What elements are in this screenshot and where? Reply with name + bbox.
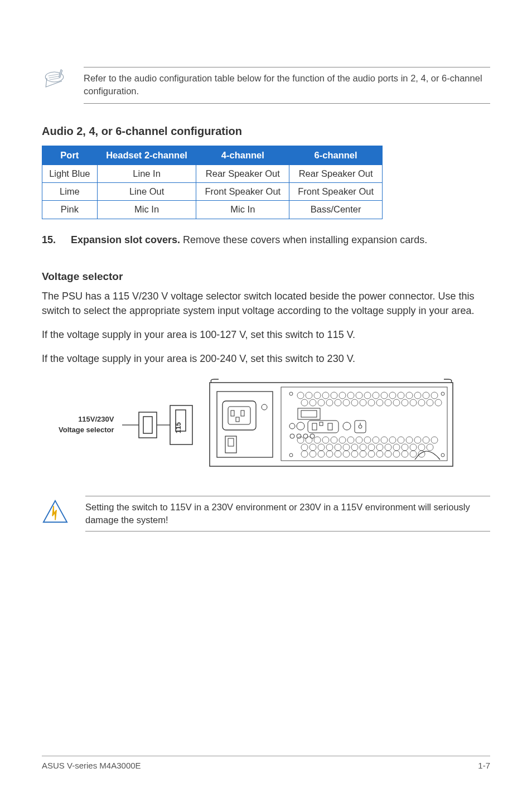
table-header: Port	[42, 146, 98, 165]
svg-point-22	[441, 453, 444, 457]
table-cell: Mic In	[97, 201, 196, 219]
svg-rect-12	[231, 410, 234, 416]
svg-point-87	[410, 444, 417, 451]
note-text: Refer to the audio configuration table b…	[84, 67, 490, 104]
svg-point-102	[402, 451, 408, 457]
table-cell: Light Blue	[42, 165, 98, 183]
svg-point-117	[290, 434, 294, 438]
table-row: Pink Mic In Mic In Bass/Center	[42, 201, 383, 219]
voltage-selector-heading: Voltage selector	[42, 269, 490, 284]
page-footer: ASUS V-series M4A3000E 1-7	[42, 756, 490, 771]
svg-point-30	[356, 392, 362, 399]
note-icon	[42, 67, 67, 96]
svg-point-19	[289, 392, 293, 395]
svg-point-61	[331, 437, 337, 443]
svg-point-50	[385, 399, 391, 406]
table-cell: Line Out	[97, 183, 196, 201]
svg-point-64	[356, 437, 362, 443]
item-desc: Remove these covers when installing expa…	[180, 234, 427, 245]
warning-icon	[42, 499, 69, 529]
svg-point-27	[331, 392, 337, 399]
voltage-diagram: 115V/230V Voltage selector 115	[42, 376, 490, 474]
svg-point-62	[339, 437, 346, 443]
table-cell: Mic In	[196, 201, 289, 219]
voltage-para3: If the voltage supply in your area is 20…	[42, 352, 490, 366]
svg-point-29	[347, 392, 354, 399]
svg-point-100	[385, 451, 391, 457]
svg-point-55	[427, 399, 433, 406]
table-cell: Front Speaker Out	[289, 183, 383, 201]
svg-point-40	[301, 399, 308, 406]
svg-point-83	[376, 444, 383, 451]
svg-point-46	[351, 399, 358, 406]
svg-point-32	[373, 392, 379, 399]
svg-point-118	[297, 434, 301, 438]
voltage-para1: The PSU has a 115 V/230 V voltage select…	[42, 289, 490, 317]
svg-point-44	[335, 399, 341, 406]
svg-point-15	[262, 404, 267, 410]
svg-point-20	[441, 392, 444, 395]
svg-point-81	[360, 444, 366, 451]
svg-point-79	[343, 444, 350, 451]
svg-point-84	[385, 444, 391, 451]
svg-point-53	[410, 399, 417, 406]
svg-point-103	[410, 451, 417, 457]
svg-point-120	[310, 434, 315, 438]
svg-point-34	[389, 392, 396, 399]
table-cell: Pink	[42, 201, 98, 219]
svg-rect-10	[223, 401, 256, 430]
svg-point-88	[418, 444, 425, 451]
svg-point-60	[322, 437, 329, 443]
svg-point-107	[289, 423, 295, 429]
table-header: Headset 2-channel	[97, 146, 196, 165]
svg-point-26	[322, 392, 329, 399]
svg-point-65	[364, 437, 371, 443]
voltage-para2: If the voltage supply in your area is 10…	[42, 328, 490, 342]
svg-point-56	[435, 399, 442, 406]
svg-point-66	[373, 437, 379, 443]
table-cell: Lime	[42, 183, 98, 201]
svg-point-67	[381, 437, 388, 443]
svg-point-99	[376, 451, 383, 457]
svg-point-74	[301, 444, 308, 451]
table-row: Light Blue Line In Rear Speaker Out Rear…	[42, 165, 383, 183]
audio-config-table: Port Headset 2-channel 4-channel 6-chann…	[42, 146, 383, 219]
voltage-label-line2: Voltage selector	[59, 425, 114, 435]
svg-point-73	[431, 437, 438, 443]
rear-panel-illustration	[209, 376, 454, 474]
svg-point-90	[301, 451, 308, 457]
svg-point-77	[326, 444, 333, 451]
svg-point-86	[402, 444, 408, 451]
table-cell: Front Speaker Out	[196, 183, 289, 201]
svg-point-96	[351, 451, 358, 457]
warning-block: Setting the switch to 115V in a 230V env…	[42, 496, 490, 532]
svg-point-63	[347, 437, 354, 443]
item-title: Expansion slot covers.	[71, 234, 180, 245]
svg-point-101	[393, 451, 400, 457]
svg-point-92	[318, 451, 325, 457]
table-cell: Line In	[97, 165, 196, 183]
svg-point-94	[335, 451, 341, 457]
voltage-label-block: 115V/230V Voltage selector	[59, 414, 114, 434]
voltage-switch-illustration: 115	[122, 400, 200, 450]
svg-point-69	[398, 437, 404, 443]
svg-point-54	[418, 399, 425, 406]
svg-point-35	[398, 392, 404, 399]
svg-point-91	[309, 451, 316, 457]
svg-point-36	[406, 392, 413, 399]
voltage-label-line1: 115V/230V	[59, 414, 114, 424]
note-block: Refer to the audio configuration table b…	[42, 67, 490, 104]
svg-point-108	[297, 422, 304, 430]
svg-point-52	[402, 399, 408, 406]
svg-point-85	[393, 444, 400, 451]
svg-rect-17	[228, 438, 234, 446]
svg-point-78	[335, 444, 341, 451]
table-cell: Rear Speaker Out	[196, 165, 289, 183]
svg-point-70	[406, 437, 413, 443]
svg-point-42	[318, 399, 325, 406]
svg-point-58	[306, 437, 312, 443]
svg-point-93	[326, 451, 333, 457]
table-cell: Rear Speaker Out	[289, 165, 383, 183]
table-header: 4-channel	[196, 146, 289, 165]
item-number: 15.	[42, 233, 60, 247]
